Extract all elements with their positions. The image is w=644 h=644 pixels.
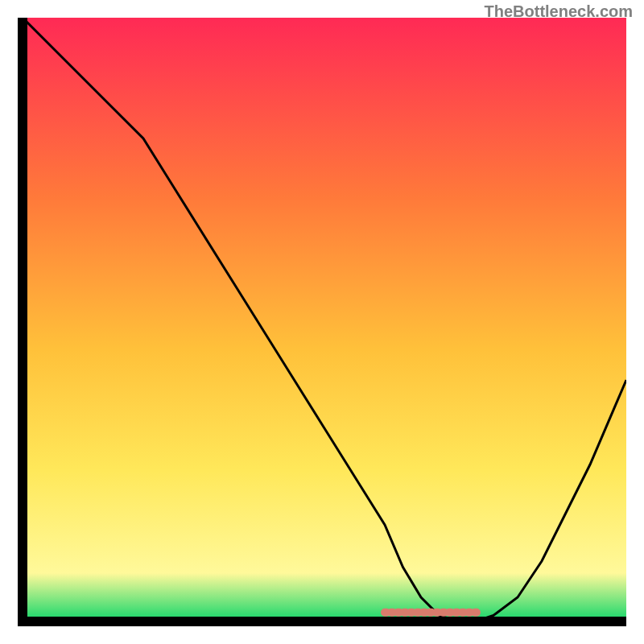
bottleneck-chart — [18, 18, 626, 626]
chart-svg — [18, 18, 626, 626]
watermark: TheBottleneck.com — [485, 2, 633, 21]
